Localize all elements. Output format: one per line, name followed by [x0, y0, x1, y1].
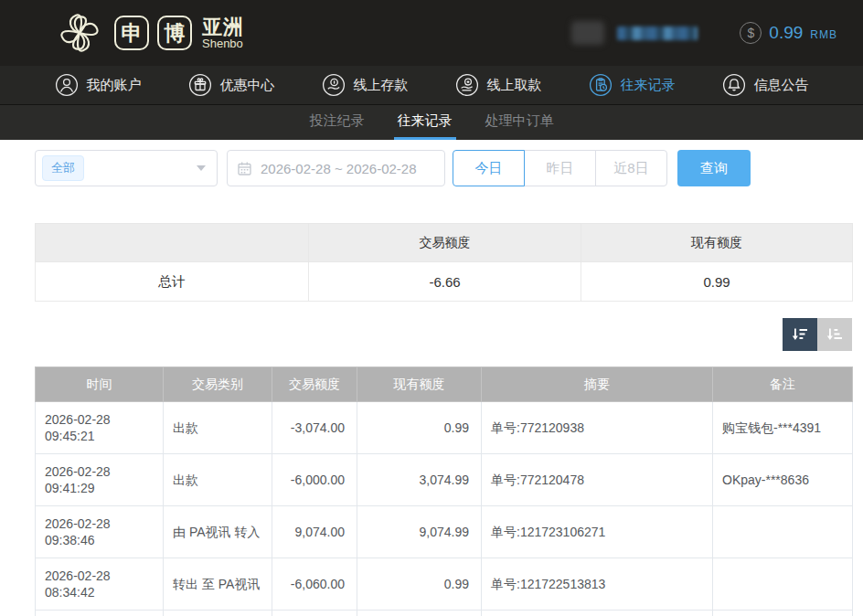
- deposit-icon: [322, 73, 346, 97]
- gift-icon: [188, 73, 212, 97]
- summary-transaction-total: -6.66: [309, 262, 581, 302]
- logo-char-1: 申: [114, 16, 149, 50]
- records-header-row: 时间 交易类别 交易额度 现有额度 摘要 备注: [36, 367, 853, 402]
- nav-item-my-account[interactable]: 我的账户: [55, 73, 142, 97]
- table-row: 2026-02-28 09:38:46 由 PA视讯 转入 9,074.00 9…: [36, 506, 853, 558]
- summary-header-blank: [36, 224, 309, 262]
- sort-ascending-icon: [826, 325, 844, 344]
- col-amount: 交易额度: [272, 367, 357, 402]
- username-redacted: [617, 27, 698, 40]
- nav-item-withdraw[interactable]: 线上取款: [455, 73, 542, 97]
- tab-betting-records[interactable]: 投注纪录: [306, 105, 368, 140]
- table-row: 2026-02-28 09:41:29 出款 -6,000.00 3,074.9…: [36, 454, 853, 506]
- cell-type: 线上存款通道优惠: [164, 611, 272, 616]
- summary-table: 交易额度 现有额度 总计 -6.66 0.99: [35, 223, 853, 302]
- cell-amount: -3,074.00: [272, 402, 357, 454]
- account-balance: $ 0.99 RMB: [740, 22, 837, 44]
- sort-controls: [35, 318, 852, 351]
- cell-time: 2026-02-28 09:41:29: [36, 454, 164, 506]
- nav-item-transaction-records[interactable]: 往来记录: [589, 73, 676, 97]
- cell-summary: 单号:121722513813: [482, 558, 713, 611]
- cell-summary: 单号:772120478: [482, 454, 713, 506]
- col-summary: 摘要: [482, 367, 713, 402]
- withdraw-icon: [455, 73, 479, 97]
- site-logo: 申 博 亚洲 Shenbo: [53, 6, 244, 59]
- sort-descending-button[interactable]: [783, 318, 817, 351]
- tab-transaction-records[interactable]: 往来记录: [394, 105, 456, 140]
- date-range-value: 2026-02-28 ~ 2026-02-28: [261, 161, 417, 176]
- cell-type: 转出 至 PA视讯: [164, 558, 272, 611]
- content-area: 全部 2026-02-28 ~ 2026-02-28 今日 昨日 近8日 查询: [0, 140, 863, 616]
- balance-amount: 0.99: [769, 23, 803, 43]
- top-header: 申 博 亚洲 Shenbo $ 0.99 RMB: [0, 0, 863, 66]
- cell-remark: [713, 506, 853, 558]
- col-balance: 现有额度: [357, 367, 482, 402]
- summary-total-row: 总计 -6.66 0.99: [36, 262, 853, 302]
- logo-char-2: 博: [157, 16, 192, 50]
- last-8-days-button[interactable]: 近8日: [595, 150, 667, 186]
- cell-time: 2026-02-28 09:38:46: [36, 506, 164, 558]
- user-avatar-redacted: [571, 21, 604, 45]
- cell-balance: 0.99: [357, 402, 482, 454]
- quick-date-buttons: 今日 昨日 近8日: [453, 150, 667, 186]
- cell-amount: 9,074.00: [272, 506, 357, 558]
- summary-header-balance: 现有额度: [581, 224, 853, 262]
- bell-icon: [722, 73, 746, 97]
- nav-label: 往来记录: [621, 77, 676, 94]
- col-time: 时间: [36, 367, 164, 402]
- cell-amount: -6,060.00: [272, 558, 357, 611]
- nav-label: 线上取款: [487, 77, 542, 94]
- sort-descending-icon: [791, 325, 809, 344]
- logo-region-text: 亚洲: [202, 16, 244, 37]
- cell-remark: 购宝钱包-***4391: [713, 402, 853, 454]
- nav-item-deposit[interactable]: 线上存款: [322, 73, 409, 97]
- cell-remark: OKpay-***8636: [713, 454, 853, 506]
- cell-amount: -6,000.00: [272, 454, 357, 506]
- type-select[interactable]: 全部: [35, 150, 218, 186]
- sort-ascending-button[interactable]: [817, 318, 852, 351]
- nav-item-announcements[interactable]: 信息公告: [722, 73, 809, 97]
- dollar-icon: $: [740, 22, 762, 44]
- table-row: 2026-02-28 08:34:42 转出 至 PA视讯 -6,060.00 …: [36, 558, 853, 611]
- user-icon: [55, 73, 79, 97]
- nav-item-promotions[interactable]: 优惠中心: [188, 73, 275, 97]
- date-range-input[interactable]: 2026-02-28 ~ 2026-02-28: [227, 150, 445, 186]
- today-button[interactable]: 今日: [453, 150, 525, 186]
- cell-balance: 0.99: [357, 558, 482, 611]
- nav-label: 线上存款: [354, 77, 409, 94]
- cell-type: 由 PA视讯 转入: [164, 506, 272, 558]
- type-select-value: 全部: [42, 155, 84, 181]
- cell-balance: 6,060.99: [357, 611, 482, 616]
- table-row: 2026-02-28 08:31:01 线上存款通道优惠 60.00 6,060…: [36, 611, 853, 616]
- cell-summary: 单号:772120938: [482, 402, 713, 454]
- summary-balance-total: 0.99: [581, 262, 853, 302]
- summary-header-transaction: 交易额度: [309, 224, 581, 262]
- yesterday-button[interactable]: 昨日: [524, 150, 596, 186]
- flower-logo-icon: [53, 6, 106, 59]
- tab-pending-orders[interactable]: 处理中订单: [482, 105, 558, 140]
- calendar-icon: [237, 161, 252, 176]
- logo-subtitle: Shenbo: [202, 37, 244, 50]
- col-type: 交易类别: [164, 367, 272, 402]
- cell-amount: 60.00: [272, 611, 357, 616]
- main-nav: 我的账户 优惠中心 线上存款: [0, 66, 863, 105]
- cell-time: 2026-02-28 08:34:42: [36, 558, 164, 611]
- nav-label: 优惠中心: [220, 77, 275, 94]
- table-row: 2026-02-28 09:45:21 出款 -3,074.00 0.99 单号…: [36, 402, 853, 454]
- filter-row: 全部 2026-02-28 ~ 2026-02-28 今日 昨日 近8日 查询: [35, 150, 852, 186]
- cell-remark: [713, 558, 853, 611]
- record-subtabs: 投注纪录 往来记录 处理中订单: [0, 105, 863, 140]
- cell-type: 出款: [164, 402, 272, 454]
- cell-summary: 单号:121723106271: [482, 506, 713, 558]
- search-button[interactable]: 查询: [677, 150, 751, 186]
- nav-label: 信息公告: [754, 77, 809, 94]
- summary-total-label: 总计: [36, 262, 309, 302]
- cell-balance: 9,074.99: [357, 506, 482, 558]
- cell-time: 2026-02-28 08:31:01: [36, 611, 164, 616]
- nav-label: 我的账户: [87, 77, 142, 94]
- records-table: 时间 交易类别 交易额度 现有额度 摘要 备注 2026-02-28 09:45…: [35, 366, 853, 616]
- cell-type: 出款: [164, 454, 272, 506]
- col-remark: 备注: [713, 367, 853, 402]
- chevron-down-icon: [197, 165, 206, 171]
- cell-summary: 单号:202602284216803237: [482, 611, 713, 616]
